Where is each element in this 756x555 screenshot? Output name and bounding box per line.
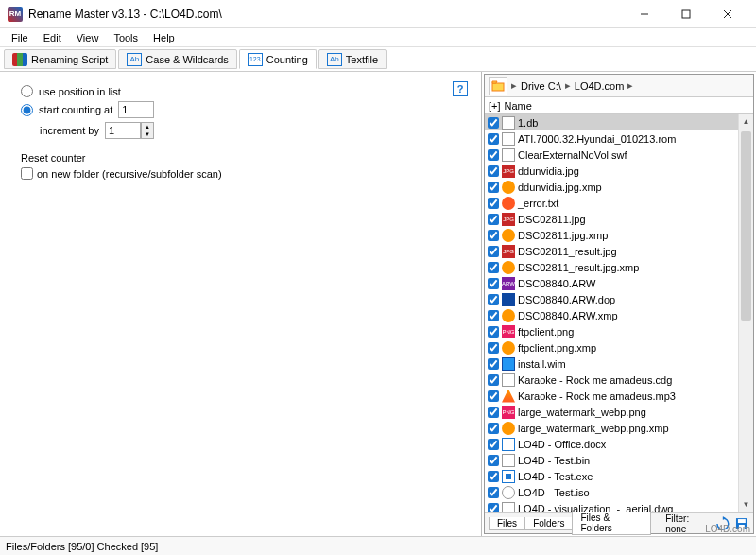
file-checkbox[interactable] — [488, 246, 499, 257]
file-checkbox[interactable] — [488, 133, 499, 145]
file-row[interactable]: LO4D - Test.bin — [485, 452, 753, 468]
file-checkbox[interactable] — [488, 230, 499, 241]
file-row[interactable]: LO4D - Test.exe — [485, 468, 753, 484]
path-folder[interactable]: LO4D.com — [575, 80, 625, 92]
file-checkbox[interactable] — [488, 278, 499, 289]
tab-case-wildcards[interactable]: Ab Case & Wildcards — [118, 49, 236, 69]
scrollbar[interactable]: ▲ ▼ — [738, 114, 753, 512]
file-checkbox[interactable] — [488, 407, 499, 418]
spinner-up[interactable]: ▲ — [142, 123, 153, 130]
file-row[interactable]: Karaoke - Rock me amadeus.cdg — [485, 372, 753, 388]
xmp-icon — [502, 309, 515, 322]
file-checkbox[interactable] — [488, 423, 499, 434]
file-row[interactable]: DSC02811_result.jpg.xmp — [485, 259, 753, 275]
file-row[interactable]: ftpclient.png — [485, 323, 753, 339]
menu-edit[interactable]: Edit — [36, 30, 69, 45]
file-checkbox[interactable] — [488, 262, 499, 273]
file-checkbox[interactable] — [488, 165, 499, 177]
dop-icon — [502, 293, 515, 306]
scroll-down[interactable]: ▼ — [739, 497, 753, 512]
file-checkbox[interactable] — [488, 487, 499, 498]
file-row[interactable]: DSC02811.jpg — [485, 211, 753, 227]
file-checkbox[interactable] — [488, 214, 499, 225]
file-name: DSC08840.ARW — [518, 278, 595, 289]
scroll-up[interactable]: ▲ — [739, 114, 753, 130]
close-button[interactable] — [707, 1, 748, 27]
btab-files[interactable]: Files — [489, 517, 525, 530]
file-row[interactable]: DSC08840.ARW.xmp — [485, 307, 753, 323]
file-row[interactable]: install.wim — [485, 356, 753, 372]
file-checkbox[interactable] — [488, 310, 499, 321]
file-row[interactable]: _error.txt — [485, 195, 753, 211]
radio-use-position[interactable] — [21, 85, 33, 97]
file-checkbox[interactable] — [488, 439, 499, 450]
file-checkbox[interactable] — [488, 390, 499, 402]
file-checkbox[interactable] — [488, 149, 499, 161]
maximize-button[interactable] — [665, 1, 707, 27]
folder-up-button[interactable] — [489, 77, 507, 95]
reset-counter-label: Reset counter — [21, 152, 468, 164]
tab-renaming-script[interactable]: Renaming Script — [4, 49, 116, 69]
dwg-icon — [502, 502, 515, 513]
cdg-icon — [502, 373, 515, 387]
file-list[interactable]: 1.dbATI.7000.32.Hyundai_010213.romClearE… — [485, 114, 753, 512]
file-checkbox[interactable] — [488, 182, 499, 193]
menu-view[interactable]: View — [69, 30, 107, 45]
file-checkbox[interactable] — [488, 358, 499, 370]
file-checkbox[interactable] — [488, 294, 499, 305]
wim-icon — [502, 357, 515, 371]
file-checkbox[interactable] — [488, 198, 499, 209]
svg-rect-4 — [492, 83, 504, 91]
spinner-down[interactable]: ▼ — [142, 130, 153, 138]
column-name[interactable]: Name — [505, 100, 532, 112]
start-value-input[interactable] — [118, 101, 154, 118]
docx-icon — [502, 438, 515, 451]
checkbox-on-new-folder[interactable] — [21, 167, 33, 180]
file-row[interactable]: ftpclient.png.xmp — [485, 339, 753, 356]
txt-icon — [502, 197, 515, 210]
menu-help[interactable]: Help — [146, 30, 182, 45]
menu-tools[interactable]: Tools — [106, 30, 146, 45]
file-row[interactable]: ATI.7000.32.Hyundai_010213.rom — [485, 130, 753, 147]
file-row[interactable]: DSC02811_result.jpg — [485, 243, 753, 259]
file-row[interactable]: DSC02811.jpg.xmp — [485, 227, 753, 243]
tab-textfile[interactable]: Ab Textfile — [318, 49, 387, 69]
btab-folders[interactable]: Folders — [524, 517, 573, 530]
column-header[interactable]: [+] Name — [485, 97, 753, 114]
file-checkbox[interactable] — [488, 471, 499, 482]
path-drive[interactable]: Drive C:\ — [521, 80, 561, 92]
file-checkbox[interactable] — [488, 342, 499, 354]
help-icon[interactable]: ? — [453, 81, 468, 96]
svg-rect-6 — [738, 519, 746, 523]
file-checkbox[interactable] — [488, 374, 499, 386]
file-row[interactable]: ddunvidia.jpg.xmp — [485, 179, 753, 195]
menu-file[interactable]: File — [4, 30, 36, 45]
file-name: ClearExternalNoVol.swf — [518, 149, 627, 161]
tab-counting[interactable]: 123 Counting — [239, 49, 317, 69]
file-checkbox[interactable] — [488, 503, 499, 513]
file-row[interactable]: 1.db — [485, 114, 753, 130]
jpg-icon — [502, 165, 515, 178]
file-row[interactable]: DSC08840.ARW — [485, 275, 753, 291]
file-checkbox[interactable] — [488, 117, 499, 129]
minimize-button[interactable] — [624, 1, 665, 27]
file-checkbox[interactable] — [488, 326, 499, 338]
file-row[interactable]: large_watermark_webp.png — [485, 404, 753, 420]
btab-files-folders[interactable]: Files & Folders — [572, 512, 651, 535]
scroll-thumb[interactable] — [741, 131, 751, 321]
file-row[interactable]: large_watermark_webp.png.xmp — [485, 420, 753, 436]
file-row[interactable]: DSC08840.ARW.dop — [485, 291, 753, 307]
file-row[interactable]: LO4D - visualization_-_aerial.dwg — [485, 500, 753, 512]
bin-icon — [502, 454, 515, 467]
expand-toggle[interactable]: [+] — [489, 100, 501, 112]
file-row[interactable]: Karaoke - Rock me amadeus.mp3 — [485, 388, 753, 404]
file-row[interactable]: ClearExternalNoVol.swf — [485, 147, 753, 163]
radio-start-counting[interactable] — [21, 104, 33, 116]
file-name: _error.txt — [518, 198, 558, 209]
increment-input[interactable] — [105, 122, 141, 139]
file-row[interactable]: ddunvidia.jpg — [485, 163, 753, 179]
file-checkbox[interactable] — [488, 455, 499, 466]
file-name: install.wim — [518, 358, 566, 370]
file-row[interactable]: LO4D - Test.iso — [485, 484, 753, 500]
file-row[interactable]: LO4D - Office.docx — [485, 436, 753, 452]
